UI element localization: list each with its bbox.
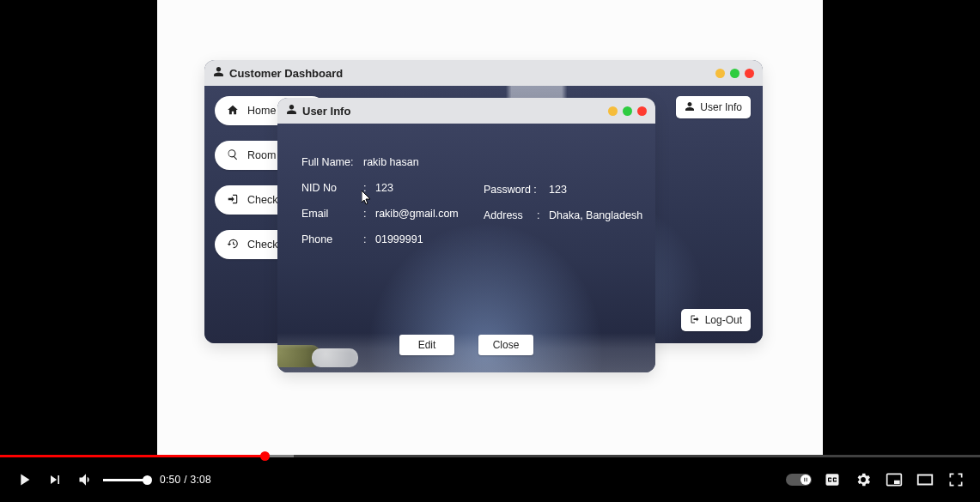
history-icon	[227, 238, 239, 252]
sidebar-label-checkin: Check-	[247, 194, 282, 206]
user-icon	[685, 101, 695, 114]
user-info-window: User Info Full Name: rakib hasan NID No …	[277, 98, 655, 372]
fullscreen-button[interactable]	[940, 464, 971, 495]
maximize-dot[interactable]	[623, 106, 632, 116]
user-info-button-label: User Info	[700, 101, 742, 113]
field-fullname: Full Name: rakib hasan	[301, 156, 459, 168]
volume-button[interactable]	[70, 464, 101, 495]
dashboard-titlebar[interactable]: Customer Dashboard	[204, 60, 763, 86]
userinfo-button-row: Edit Close	[277, 335, 655, 355]
field-phone: Phone : 01999991	[301, 233, 459, 245]
captions-button[interactable]	[817, 464, 848, 495]
user-icon	[286, 104, 297, 118]
colon: :	[363, 208, 375, 220]
settings-button[interactable]	[848, 464, 879, 495]
sidebar-label-home: Home	[247, 105, 276, 117]
time-display: 0:50 / 3:08	[160, 474, 211, 486]
autoplay-toggle[interactable]	[786, 474, 812, 486]
value-address: Dhaka, Bangladesh	[549, 209, 642, 221]
userinfo-traffic-lights[interactable]	[608, 106, 647, 116]
current-time: 0:50	[160, 474, 181, 486]
close-button[interactable]: Close	[478, 335, 533, 355]
volume-knob[interactable]	[143, 475, 152, 485]
field-address: Address : Dhaka, Bangladesh	[484, 209, 642, 221]
logout-icon	[690, 314, 700, 327]
video-control-bar: 0:50 / 3:08	[0, 457, 980, 502]
user-icon	[213, 66, 224, 80]
userinfo-title: User Info	[302, 105, 350, 118]
label-fullname: Full Name:	[301, 156, 363, 168]
sidebar-label-checkout: Check	[247, 239, 277, 251]
home-icon	[227, 104, 239, 118]
field-nid: NID No : 123	[301, 182, 459, 194]
maximize-dot[interactable]	[730, 69, 740, 78]
edit-button[interactable]: Edit	[399, 335, 454, 355]
field-email: Email : rakib@gmail.com	[301, 208, 459, 220]
value-password: 123	[549, 184, 567, 196]
logout-button[interactable]: Log-Out	[681, 309, 751, 331]
search-icon	[227, 148, 239, 163]
label-address: Address	[484, 209, 537, 221]
colon: :	[363, 182, 375, 194]
dashboard-traffic-lights[interactable]	[715, 69, 754, 78]
value-fullname: rakib hasan	[363, 156, 419, 168]
video-stage: Customer Dashboard Home Room Chec	[157, 0, 823, 455]
autoplay-toggle-knob	[800, 475, 811, 485]
miniplayer-button[interactable]	[879, 464, 910, 495]
close-dot[interactable]	[637, 106, 647, 116]
userinfo-titlebar[interactable]: User Info	[277, 98, 655, 124]
label-password: Password :	[484, 184, 549, 196]
value-phone: 01999991	[375, 233, 423, 245]
label-phone: Phone	[301, 233, 363, 245]
minimize-dot[interactable]	[608, 106, 618, 116]
sidebar-label-room: Room	[247, 149, 276, 161]
login-icon	[227, 193, 239, 208]
value-nid: 123	[375, 182, 393, 194]
colon: :	[363, 233, 375, 245]
duration: 3:08	[190, 474, 211, 486]
theater-button[interactable]	[910, 464, 940, 495]
minimize-dot[interactable]	[715, 69, 725, 78]
play-button[interactable]	[9, 464, 40, 495]
label-email: Email	[301, 208, 363, 220]
volume-fill	[103, 479, 148, 481]
field-password: Password : 123	[484, 184, 642, 196]
userinfo-fields-right: Password : 123 Address : Dhaka, Banglade…	[484, 184, 642, 235]
value-email: rakib@gmail.com	[375, 208, 459, 220]
userinfo-body: Full Name: rakib hasan NID No : 123 Emai…	[277, 124, 655, 372]
userinfo-fields-left: Full Name: rakib hasan NID No : 123 Emai…	[301, 156, 459, 259]
user-info-button[interactable]: User Info	[676, 96, 751, 118]
volume-slider[interactable]	[103, 479, 148, 481]
next-button[interactable]	[40, 464, 70, 495]
close-dot[interactable]	[745, 69, 754, 78]
label-nid: NID No	[301, 182, 363, 194]
colon: :	[537, 209, 549, 221]
logout-button-label: Log-Out	[705, 314, 742, 326]
dashboard-title: Customer Dashboard	[229, 67, 343, 80]
